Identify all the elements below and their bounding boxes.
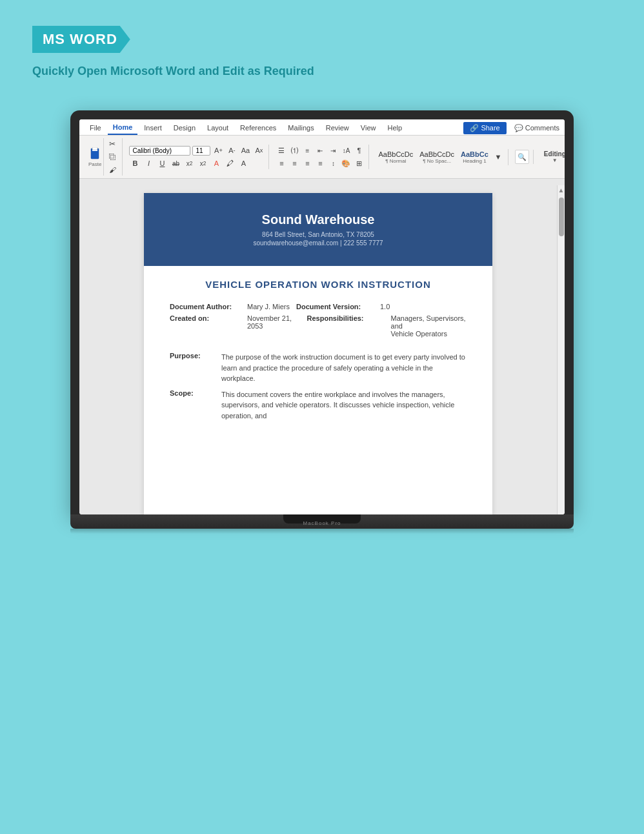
meta-row-2: Created on: November 21, 2053 Responsibi… xyxy=(170,314,467,338)
multilevel-list-button[interactable]: ≡ xyxy=(301,145,313,156)
style-no-spacing[interactable]: AaBbCcDc ¶ No Spac... xyxy=(417,149,457,165)
meta-value-author: Mary J. Miers xyxy=(247,303,290,310)
svg-rect-2 xyxy=(92,150,97,151)
meta-label-created: Created on: xyxy=(170,314,247,338)
tab-file[interactable]: File xyxy=(85,121,106,134)
laptop: File Home Insert Design Layout Reference… xyxy=(70,110,574,534)
section-purpose-text: The purpose of the work instruction docu… xyxy=(221,352,467,384)
paste-button[interactable]: Paste xyxy=(88,147,101,167)
scrollbar-thumb[interactable] xyxy=(559,198,564,236)
section-scope: Scope: This document covers the entire w… xyxy=(170,389,467,422)
style-normal[interactable]: AaBbCcDc ¶ Normal xyxy=(376,149,416,165)
section-purpose: Purpose: The purpose of the work instruc… xyxy=(170,352,467,384)
italic-button[interactable]: I xyxy=(143,158,154,169)
font-color-button[interactable]: A xyxy=(210,158,222,169)
tab-layout[interactable]: Layout xyxy=(202,121,234,134)
badge-label: MS WORD xyxy=(43,31,117,47)
laptop-footer-shadow xyxy=(70,529,574,534)
doc-meta: Document Author: Mary J. Miers Document … xyxy=(144,296,492,348)
font-group: A+ A- Aa Ax B I U ab x2 x2 xyxy=(125,145,269,169)
subscript-button[interactable]: x2 xyxy=(183,158,195,169)
laptop-screen: File Home Insert Design Layout Reference… xyxy=(79,119,565,514)
bold-button[interactable]: B xyxy=(129,158,141,169)
meta-value-responsibilities: Managers, Supervisors, andVehicle Operat… xyxy=(391,314,467,338)
align-right-button[interactable]: ≡ xyxy=(301,158,313,169)
scrollbar[interactable]: ▲ xyxy=(557,185,565,514)
clipboard-group: Paste ✂ ⿻ 🖌 xyxy=(85,138,123,176)
increase-indent-button[interactable]: ⇥ xyxy=(327,145,339,156)
decrease-font-button[interactable]: A- xyxy=(226,145,237,156)
company-name: Sound Warehouse xyxy=(170,212,467,227)
document-area: Sound Warehouse 864 Bell Street, San Ant… xyxy=(79,179,565,514)
strikethrough-button[interactable]: ab xyxy=(170,158,181,169)
ms-word-badge: MS WORD xyxy=(32,26,130,53)
search-button[interactable]: 🔍 xyxy=(515,150,529,164)
styles-more-button[interactable]: ▼ xyxy=(492,151,504,163)
editing-text: Editing xyxy=(544,150,565,158)
comments-button[interactable]: 💬 Comments xyxy=(514,124,559,132)
editing-label[interactable]: Editing ▼ xyxy=(540,150,565,163)
company-contact: soundwarehouse@email.com | 222 555 7777 xyxy=(170,239,467,247)
ribbon-tabs: File Home Insert Design Layout Reference… xyxy=(79,119,565,136)
document-area-inner: Sound Warehouse 864 Bell Street, San Ant… xyxy=(79,185,565,514)
numbering-button[interactable]: ⑴ xyxy=(288,145,300,156)
tab-help[interactable]: Help xyxy=(382,121,407,134)
document-page: Sound Warehouse 864 Bell Street, San Ant… xyxy=(144,193,492,514)
tab-review[interactable]: Review xyxy=(321,121,354,134)
styles-group: AaBbCcDc ¶ Normal AaBbCcDc ¶ No Spac... … xyxy=(372,149,508,165)
laptop-screen-bezel: File Home Insert Design Layout Reference… xyxy=(70,110,574,514)
superscript-button[interactable]: x2 xyxy=(197,158,208,169)
company-address: 864 Bell Street, San Antonio, TX 78205 xyxy=(170,231,467,238)
show-formatting-button[interactable]: ¶ xyxy=(353,145,365,156)
meta-label-author: Document Author: xyxy=(170,303,247,310)
style-heading1[interactable]: AaBbCc Heading 1 xyxy=(458,149,491,165)
font-size-selector[interactable] xyxy=(192,146,210,156)
share-button[interactable]: 🔗 Share xyxy=(463,122,506,134)
change-case-button[interactable]: Aa xyxy=(239,145,251,156)
search-group: 🔍 xyxy=(511,150,534,164)
underline-button[interactable]: U xyxy=(156,158,168,169)
section-purpose-label: Purpose: xyxy=(170,352,221,384)
tab-references[interactable]: References xyxy=(235,121,281,134)
font-name-selector[interactable] xyxy=(129,146,190,156)
highlight-button[interactable]: 🖍 xyxy=(224,158,236,169)
laptop-brand: MacBook Pro xyxy=(303,520,341,526)
doc-title-section: VEHICLE OPERATION WORK INSTRUCTION xyxy=(144,266,492,296)
borders-button[interactable]: ⊞ xyxy=(353,158,365,169)
editing-group: Editing ▼ xyxy=(536,150,565,163)
copy-button[interactable]: ⿻ xyxy=(106,151,118,163)
font-color2-button[interactable]: A xyxy=(237,158,249,169)
meta-value-created: November 21, 2053 xyxy=(247,314,301,338)
cut-button[interactable]: ✂ xyxy=(106,138,118,150)
meta-label-version: Document Version: xyxy=(296,303,380,310)
tab-insert[interactable]: Insert xyxy=(139,121,167,134)
laptop-base: MacBook Pro xyxy=(70,514,574,529)
bullets-button[interactable]: ☰ xyxy=(276,145,287,156)
clear-formatting-button[interactable]: Ax xyxy=(253,145,265,156)
svg-rect-1 xyxy=(92,147,97,150)
line-spacing-button[interactable]: ↕ xyxy=(327,158,339,169)
doc-header: Sound Warehouse 864 Bell Street, San Ant… xyxy=(144,193,492,266)
section-scope-label: Scope: xyxy=(170,389,221,422)
word-ribbon: File Home Insert Design Layout Reference… xyxy=(79,119,565,179)
tab-home[interactable]: Home xyxy=(108,121,138,135)
tab-mailings[interactable]: Mailings xyxy=(283,121,319,134)
ribbon-toolbar: Paste ✂ ⿻ 🖌 xyxy=(79,136,565,178)
section-scope-text: This document covers the entire workplac… xyxy=(221,389,467,422)
tab-design[interactable]: Design xyxy=(168,121,201,134)
paragraph-group: ☰ ⑴ ≡ ⇤ ⇥ ↕A ¶ ≡ ≡ ≡ xyxy=(272,145,369,169)
sort-button[interactable]: ↕A xyxy=(340,145,352,156)
doc-sections: Purpose: The purpose of the work instruc… xyxy=(144,348,492,430)
meta-value-version: 1.0 xyxy=(380,303,390,310)
increase-font-button[interactable]: A+ xyxy=(212,145,224,156)
shading-button[interactable]: 🎨 xyxy=(340,158,352,169)
header-section: MS WORD Quickly Open Microsoft Word and … xyxy=(0,0,644,91)
decrease-indent-button[interactable]: ⇤ xyxy=(314,145,326,156)
justify-button[interactable]: ≡ xyxy=(314,158,326,169)
tab-view[interactable]: View xyxy=(356,121,381,134)
align-center-button[interactable]: ≡ xyxy=(288,158,300,169)
format-painter-button[interactable]: 🖌 xyxy=(106,164,118,176)
subtitle: Quickly Open Microsoft Word and Edit as … xyxy=(32,65,612,78)
ribbon-right-actions: 🔗 Share 💬 Comments xyxy=(463,122,559,134)
align-left-button[interactable]: ≡ xyxy=(276,158,287,169)
